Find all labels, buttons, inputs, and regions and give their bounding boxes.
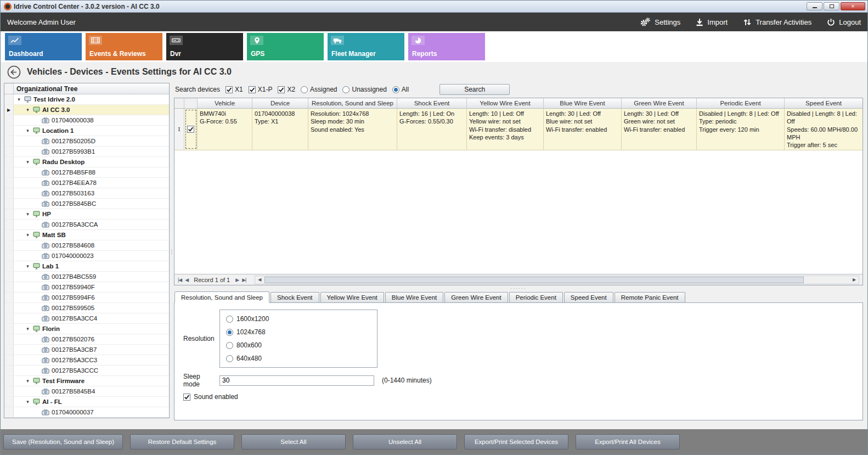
tree-node-hp[interactable]: ▾HP — [4, 209, 169, 220]
vertical-splitter[interactable]: ⋮ — [170, 83, 174, 420]
restore-default-settings-button[interactable]: Restore Default Settings — [130, 434, 234, 450]
tree-node-00127b5a3cb7[interactable]: 00127B5A3CB7 — [4, 345, 169, 355]
nav-tile-dashboard[interactable]: Dashboard — [5, 33, 82, 60]
tab-shock-event[interactable]: Shock Event — [270, 292, 319, 302]
topbar-action-logout[interactable]: Logout — [827, 18, 861, 26]
expander-icon[interactable]: ▾ — [25, 324, 31, 334]
select-all-button[interactable]: Select All — [241, 434, 346, 450]
scroll-left-icon[interactable]: ◀ — [255, 277, 264, 282]
grid-column-resolution-sound-and-sleep[interactable]: Resolution, Sound and Sleep — [308, 98, 397, 108]
expander-icon[interactable]: ▾ — [25, 105, 31, 115]
export-print-all-devices-button[interactable]: Export/Print All Devices — [576, 434, 680, 450]
back-button[interactable] — [7, 65, 21, 79]
grid-column-blue-wire-event[interactable]: Blue Wire Event — [544, 98, 622, 108]
tree-node-00127b5a3cc3[interactable]: 00127B5A3CC3 — [4, 355, 169, 366]
tree-node-ai-cc-3-0[interactable]: ▶▾AI CC 3.0 — [4, 105, 169, 115]
expander-icon[interactable]: ▾ — [25, 376, 31, 386]
tree-node-00127b5994f6[interactable]: 00127B5994F6 — [4, 293, 169, 303]
grid-column-shock-event[interactable]: Shock Event — [397, 98, 467, 108]
horizontal-splitter[interactable]: ······ — [174, 285, 863, 291]
nav-tile-reports[interactable]: Reports — [408, 33, 485, 60]
tree-node-00127b50205d[interactable]: 00127B50205D — [4, 136, 169, 147]
sound-enabled-checkbox[interactable]: Sound enabled — [183, 393, 854, 401]
minimize-button[interactable] — [807, 2, 822, 10]
expander-icon[interactable]: ▾ — [25, 126, 31, 136]
filter-radio-all[interactable]: All — [392, 86, 409, 93]
tree-node-00127b4bc559[interactable]: 00127B4BC559 — [4, 272, 169, 282]
filter-radio-unassigned[interactable]: Unassigned — [342, 86, 386, 93]
tab-blue-wire-event[interactable]: Blue Wire Event — [385, 292, 443, 302]
tree-node-florin[interactable]: ▾Florin — [4, 324, 169, 334]
tree-node-00127b5a3ccc[interactable]: 00127B5A3CCC — [4, 366, 169, 376]
tab-green-wire-event[interactable]: Green Wire Event — [444, 292, 508, 302]
nav-tile-fleet-manager[interactable]: Fleet Manager — [328, 33, 404, 60]
tree-node-00127b599505[interactable]: 00127B599505 — [4, 303, 169, 313]
tree-node-00127b584608[interactable]: 00127B584608 — [4, 240, 169, 251]
tree-node-00127b5993b1[interactable]: 00127B5993B1 — [4, 147, 169, 157]
export-print-selected-devices-button[interactable]: Export/Print Selected Devices — [464, 434, 568, 450]
nav-tile-dvr[interactable]: Dvr — [166, 33, 243, 60]
tab-periodic-event[interactable]: Periodic Event — [509, 292, 563, 302]
topbar-action-transfer-activities[interactable]: Transfer Activities — [743, 18, 811, 26]
filter-checkbox-x2[interactable]: X2 — [278, 86, 295, 93]
filter-checkbox-x1-p[interactable]: X1-P — [249, 86, 273, 93]
grid-column-vehicle[interactable]: Vehicle — [198, 98, 252, 108]
expander-icon[interactable]: ▾ — [25, 157, 31, 167]
search-button[interactable]: Search — [439, 84, 510, 95]
resolution-option-800x600[interactable]: 800x600 — [226, 341, 371, 349]
tab-resolution-sound-and-sleep[interactable]: Resolution, Sound and Sleep — [174, 291, 269, 303]
scrollbar-thumb[interactable] — [264, 277, 803, 283]
filter-radio-assigned[interactable]: Assigned — [301, 86, 337, 93]
close-button[interactable]: × — [841, 2, 865, 10]
pager-next-icon[interactable]: ▶ — [235, 277, 239, 283]
scrollbar-track[interactable] — [264, 276, 850, 284]
pager-prev-icon[interactable]: ◀ — [185, 277, 188, 283]
tree-node-00127b5845b4[interactable]: 00127B5845B4 — [4, 386, 169, 397]
tree-node-00127b59940f[interactable]: 00127B59940F — [4, 282, 169, 293]
resolution-option-1024x768[interactable]: 1024x768 — [226, 328, 371, 336]
tree-node-00127b5a3cc4[interactable]: 00127B5A3CC4 — [4, 313, 169, 324]
grid-column-speed-event[interactable]: Speed Event — [785, 98, 863, 108]
tree-node-test-idrive-2-0[interactable]: ▾Test Idrive 2.0 — [4, 94, 169, 105]
pager-last-icon[interactable]: ▶| — [242, 277, 246, 283]
tree-node-00127b4b5f88[interactable]: 00127B4B5F88 — [4, 167, 169, 178]
tree-node-00127b4eea78[interactable]: 00127B4EEA78 — [4, 178, 169, 188]
tree-node-00127b5a3cca[interactable]: 00127B5A3CCA — [4, 220, 169, 230]
row-checkbox[interactable] — [187, 126, 194, 133]
nav-tile-gps[interactable]: GPS — [247, 33, 324, 60]
tree-node-00127b502076[interactable]: 00127B502076 — [4, 334, 169, 345]
expander-icon[interactable]: ▾ — [16, 94, 22, 104]
tree-node-017040000038[interactable]: 017040000038 — [4, 115, 169, 126]
grid-column-yellow-wire-event[interactable]: Yellow Wire Event — [467, 98, 544, 108]
tree-node-location-1[interactable]: ▾Location 1 — [4, 126, 169, 136]
expander-icon[interactable]: ▾ — [25, 230, 31, 240]
tree-node-017040000037[interactable]: 017040000037 — [4, 407, 169, 418]
tab-yellow-wire-event[interactable]: Yellow Wire Event — [320, 292, 384, 302]
save-resolution-sound-and-sleep-button[interactable]: Save (Resolution, Sound and Sleep) — [3, 434, 123, 450]
topbar-action-settings[interactable]: Settings — [640, 18, 680, 26]
grid-column-periodic-event[interactable]: Periodic Event — [697, 98, 785, 108]
expander-icon[interactable]: ▾ — [25, 397, 31, 407]
tree-node-00127b5845bc[interactable]: 00127B5845BC — [4, 199, 169, 209]
maximize-button[interactable] — [824, 2, 839, 10]
tree-node-test-firmware[interactable]: ▾Test Firmware — [4, 376, 169, 386]
sleep-mode-input[interactable] — [219, 375, 374, 386]
pager-first-icon[interactable]: |◀ — [178, 277, 182, 283]
expander-icon[interactable]: ▾ — [25, 209, 31, 219]
tab-remote-panic-event[interactable]: Remote Panic Event — [615, 292, 685, 302]
nav-tile-events-reviews[interactable]: Events & Reviews — [86, 33, 162, 60]
tab-speed-event[interactable]: Speed Event — [564, 292, 613, 302]
tree-node-017040000023[interactable]: 017040000023 — [4, 251, 169, 261]
grid-row[interactable]: IBMW740i G-Force: 0.55017040000038 Type:… — [174, 109, 863, 150]
scroll-right-icon[interactable]: ▶ — [850, 277, 859, 282]
grid-column-green-wire-event[interactable]: Green Wire Event — [622, 98, 697, 108]
filter-checkbox-x1[interactable]: X1 — [226, 86, 243, 93]
tree-node-lab-1[interactable]: ▾Lab 1 — [4, 261, 169, 272]
resolution-option-640x480[interactable]: 640x480 — [226, 355, 371, 362]
resolution-option-1600x1200[interactable]: 1600x1200 — [226, 315, 371, 323]
tree-node-radu-desktop[interactable]: ▾Radu Desktop — [4, 157, 169, 167]
unselect-all-button[interactable]: Unselect All — [353, 434, 457, 450]
expander-icon[interactable]: ▾ — [25, 261, 31, 271]
topbar-action-import[interactable]: Import — [696, 18, 728, 26]
tree-node-matt-sb[interactable]: ▾Matt SB — [4, 230, 169, 240]
